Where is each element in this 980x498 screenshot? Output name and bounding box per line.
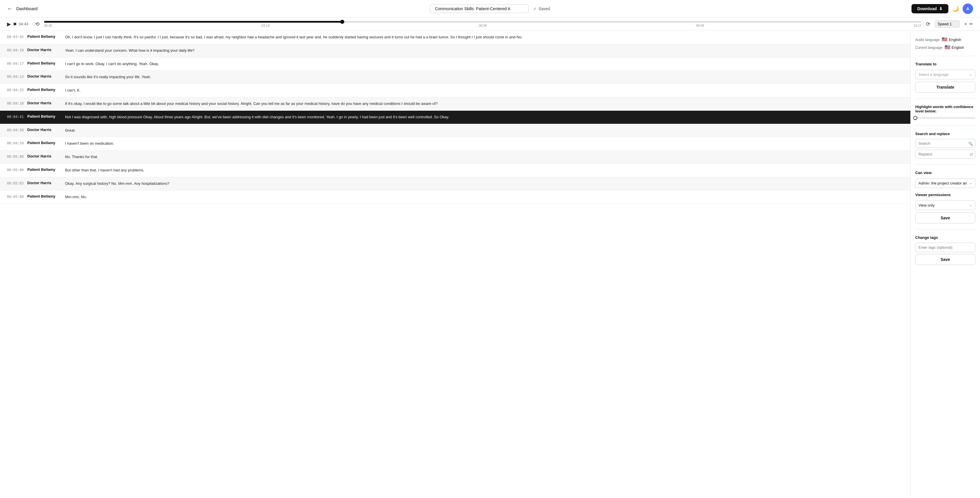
cursor-mode-button[interactable]: ⌖	[964, 21, 967, 27]
cursor-icon: ⌖	[964, 21, 967, 27]
speaker-name: Patient Bellamy	[27, 61, 65, 65]
speaker-name: Doctor Harris	[27, 128, 65, 132]
table-row[interactable]: 00:04:23 Doctor Harris So it sounds like…	[0, 70, 910, 84]
saved-badge: ✓ Saved	[533, 4, 550, 13]
marker-4: 13:17	[913, 24, 921, 27]
search-icon: 🔍	[968, 141, 973, 145]
language-select[interactable]: Select a language Spanish French German …	[915, 70, 975, 79]
speaker-name: Doctor Harris	[27, 181, 65, 185]
timestamp: 00:05:00	[7, 168, 27, 172]
back-icon: ←	[7, 5, 13, 12]
edit-mode-button[interactable]: ✏	[969, 21, 973, 27]
replace-row: ⇄	[915, 150, 975, 159]
table-row[interactable]: 00:04:59 Patient Bellamy I haven't been …	[0, 137, 910, 150]
change-tags-section: Change tags Save	[915, 235, 975, 265]
timestamp: 00:05:00	[7, 154, 27, 159]
utterance-text: Yeah. I can understand your concern. Wha…	[65, 48, 904, 54]
marker-3: 09:58	[696, 24, 704, 27]
download-icon: ⬇	[939, 6, 943, 11]
utterance-text: Oh, I don't know. I just I can hardly th…	[65, 34, 904, 40]
confidence-thumb[interactable]	[913, 116, 917, 120]
divider-4	[915, 164, 975, 165]
edit-icon: ✏	[969, 21, 973, 27]
topbar-center: ✓ Saved	[329, 4, 651, 13]
search-row: 🔍	[915, 139, 975, 148]
viewer-permissions-select-wrapper: View only Edit Comment	[915, 201, 975, 210]
marker-1: 03:19	[261, 24, 270, 27]
translate-section: Translate to Select a language Spanish F…	[915, 62, 975, 93]
highlight-section: Highlight words with confidence level be…	[915, 105, 975, 120]
table-row[interactable]: 00:05:00 Patient Bellamy But other than …	[0, 164, 910, 177]
translate-button[interactable]: Translate	[915, 81, 975, 93]
can-view-label: Can view	[915, 171, 975, 175]
progress-thumb[interactable]	[340, 20, 344, 24]
table-row[interactable]: 00:04:25 Patient Bellamy I can't. K.	[0, 84, 910, 97]
viewer-permissions-section: Viewer permissions View only Edit Commen…	[915, 193, 975, 223]
table-row[interactable]: 00:05:08 Patient Bellamy Mm-mm. No.	[0, 191, 910, 204]
download-button[interactable]: Download ⬇	[912, 4, 948, 13]
utterance-text: I can't. K.	[65, 88, 904, 94]
speaker-name: Doctor Harris	[27, 74, 65, 78]
document-title-input[interactable]	[430, 4, 528, 13]
search-replace-title: Search and replace	[915, 132, 975, 136]
search-input[interactable]	[915, 139, 975, 148]
speaker-name: Patient Bellamy	[27, 140, 65, 145]
audio-language-value: English	[949, 37, 961, 42]
checkmark-icon: ✓	[533, 6, 537, 11]
dashboard-label: Dashboard	[16, 6, 37, 11]
current-language-flag: 🇺🇸	[945, 45, 951, 49]
utterance-text: If it's okay, I would like to go some ta…	[65, 101, 904, 107]
time-markers: 00:00 03:19 06:38 09:58 13:17	[44, 24, 921, 27]
rewind-icon: ⟲	[35, 21, 40, 27]
speaker-name: Patient Bellamy	[27, 194, 65, 198]
theme-toggle-button[interactable]: 🌙	[952, 5, 959, 12]
audio-language-row: Audio language: 🇺🇸 English	[915, 37, 975, 42]
table-row[interactable]: 00:05:03 Doctor Harris Okay. Any surgica…	[0, 177, 910, 191]
utterance-text: So it sounds like it's really impacting …	[65, 74, 904, 80]
stop-button[interactable]: ■	[13, 21, 16, 27]
player-bar: ▶ ■ 04:43 ⟲ 00:00 03:19 06:38 09:58 13:1…	[0, 18, 980, 31]
viewer-permissions-label: Viewer permissions	[915, 193, 975, 197]
can-view-select[interactable]: Admin: the project creator an Everyone T…	[915, 179, 975, 188]
table-row[interactable]: 00:04:10 Doctor Harris Yeah. I can under…	[0, 44, 910, 57]
table-row[interactable]: 00:03:45 Patient Bellamy Oh, I don't kno…	[0, 31, 910, 44]
confidence-track[interactable]	[915, 117, 975, 118]
topbar-right: Download ⬇ 🌙 A	[651, 3, 973, 14]
play-button[interactable]: ▶	[7, 21, 11, 27]
current-language-label: Current language:	[915, 46, 943, 49]
viewer-permissions-select[interactable]: View only Edit Comment	[915, 201, 975, 210]
tags-input[interactable]	[915, 243, 975, 252]
table-row[interactable]: 00:05:00 Doctor Harris No. Thanks for th…	[0, 150, 910, 164]
table-row[interactable]: 00:04:58 Doctor Harris Great.	[0, 124, 910, 137]
speaker-name: Patient Bellamy	[27, 114, 65, 118]
audio-language-section: Audio language: 🇺🇸 English Current langu…	[915, 37, 975, 50]
speaker-name: Patient Bellamy	[27, 34, 65, 38]
play-icon: ▶	[7, 21, 11, 27]
table-row[interactable]: 00:04:41 Patient Bellamy Not I was diagn…	[0, 111, 910, 124]
save-permissions-button[interactable]: Save	[915, 212, 975, 223]
utterance-text: Great.	[65, 128, 904, 134]
back-button[interactable]: ←	[7, 5, 13, 12]
table-row[interactable]: 00:04:28 Doctor Harris If it's okay, I w…	[0, 97, 910, 111]
timestamp: 00:04:23	[7, 74, 27, 79]
progress-track[interactable]	[44, 21, 921, 23]
replace-input[interactable]	[915, 150, 975, 159]
save-tags-button[interactable]: Save	[915, 254, 975, 265]
rewind-button[interactable]: ⟲	[35, 21, 40, 27]
forward-button[interactable]: ⟳	[926, 21, 931, 27]
topbar: ← Dashboard ✓ Saved Download ⬇ 🌙 A	[0, 0, 980, 18]
speed-select[interactable]: Speed 1 Speed 1.25 Speed 1.5 Speed 2	[935, 20, 960, 27]
table-row[interactable]: 00:04:17 Patient Bellamy I can't go to w…	[0, 57, 910, 71]
timestamp: 00:05:08	[7, 194, 27, 199]
timestamp: 00:04:25	[7, 88, 27, 92]
timestamp: 00:04:41	[7, 114, 27, 119]
utterance-text: Mm-mm. No.	[65, 194, 904, 200]
marker-2: 06:38	[479, 24, 487, 27]
timestamp: 00:03:45	[7, 34, 27, 39]
right-panel: Audio language: 🇺🇸 English Current langu…	[910, 31, 980, 498]
divider-5	[915, 229, 975, 230]
avatar[interactable]: A	[963, 3, 973, 14]
utterance-text: No. Thanks for that.	[65, 154, 904, 160]
transcript-area: 00:03:45 Patient Bellamy Oh, I don't kno…	[0, 31, 910, 498]
speaker-name: Patient Bellamy	[27, 88, 65, 92]
